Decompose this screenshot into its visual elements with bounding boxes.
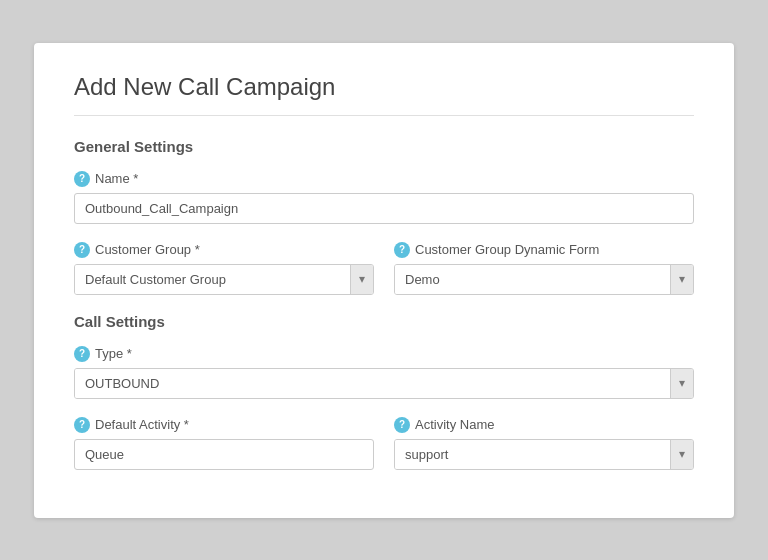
activity-name-input[interactable] [395, 440, 670, 469]
activity-row: ? Default Activity * ? Activity Name ▾ [74, 417, 694, 470]
type-label-row: ? Type * [74, 346, 694, 362]
default-activity-label-row: ? Default Activity * [74, 417, 374, 433]
type-help-icon[interactable]: ? [74, 346, 90, 362]
type-dropdown-icon: ▾ [679, 376, 685, 390]
name-label-row: ? Name * [74, 171, 694, 187]
activity-name-dropdown-icon: ▾ [679, 447, 685, 461]
call-settings-heading: Call Settings [74, 313, 694, 330]
activity-name-input-wrapper: ▾ [394, 439, 694, 470]
customer-group-col: ? Customer Group * ▾ [74, 242, 374, 295]
customer-group-dynamic-label-row: ? Customer Group Dynamic Form [394, 242, 694, 258]
customer-group-dynamic-help-icon[interactable]: ? [394, 242, 410, 258]
name-help-icon[interactable]: ? [74, 171, 90, 187]
type-dropdown-btn[interactable]: ▾ [670, 369, 693, 398]
default-activity-label: Default Activity * [95, 417, 189, 432]
add-campaign-card: Add New Call Campaign General Settings ?… [34, 43, 734, 518]
customer-group-dynamic-input-wrapper: ▾ [394, 264, 694, 295]
name-field-group: ? Name * [74, 171, 694, 224]
name-input[interactable] [74, 193, 694, 224]
page-title: Add New Call Campaign [74, 73, 694, 101]
type-label: Type * [95, 346, 132, 361]
customer-group-dynamic-col: ? Customer Group Dynamic Form ▾ [394, 242, 694, 295]
customer-group-dynamic-label: Customer Group Dynamic Form [415, 242, 599, 257]
default-activity-col: ? Default Activity * [74, 417, 374, 470]
customer-group-help-icon[interactable]: ? [74, 242, 90, 258]
customer-group-dropdown-btn[interactable]: ▾ [350, 265, 373, 294]
customer-group-row: ? Customer Group * ▾ ? Customer Group Dy… [74, 242, 694, 295]
customer-group-input-wrapper: ▾ [74, 264, 374, 295]
type-input-wrapper: ▾ [74, 368, 694, 399]
activity-name-help-icon[interactable]: ? [394, 417, 410, 433]
customer-group-label: Customer Group * [95, 242, 200, 257]
activity-name-label-row: ? Activity Name [394, 417, 694, 433]
title-divider [74, 115, 694, 116]
customer-group-dynamic-dropdown-icon: ▾ [679, 272, 685, 286]
type-field-group: ? Type * ▾ [74, 346, 694, 399]
default-activity-help-icon[interactable]: ? [74, 417, 90, 433]
activity-name-col: ? Activity Name ▾ [394, 417, 694, 470]
activity-name-dropdown-btn[interactable]: ▾ [670, 440, 693, 469]
customer-group-label-row: ? Customer Group * [74, 242, 374, 258]
customer-group-dynamic-input[interactable] [395, 265, 670, 294]
type-input[interactable] [75, 369, 670, 398]
customer-group-input[interactable] [75, 265, 350, 294]
customer-group-dynamic-dropdown-btn[interactable]: ▾ [670, 265, 693, 294]
general-settings-heading: General Settings [74, 138, 694, 155]
name-label: Name * [95, 171, 138, 186]
customer-group-dropdown-icon: ▾ [359, 272, 365, 286]
activity-name-label: Activity Name [415, 417, 494, 432]
default-activity-input[interactable] [74, 439, 374, 470]
